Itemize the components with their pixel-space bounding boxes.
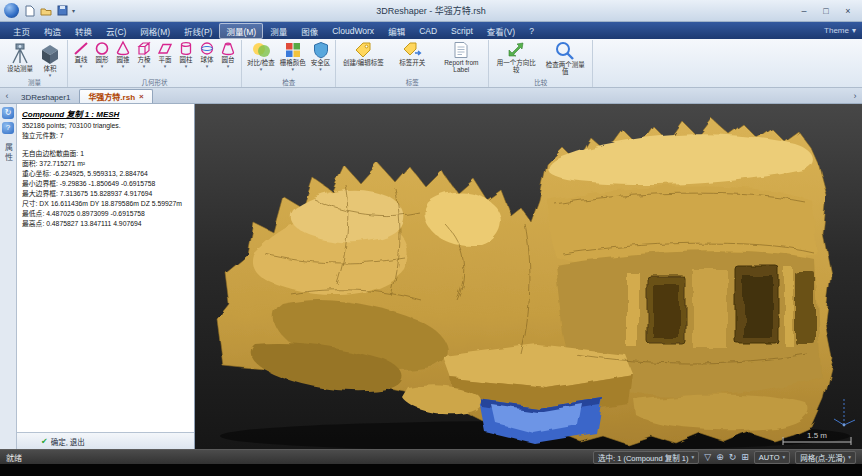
cone-icon [115, 41, 131, 56]
report-from-label-button[interactable]: Report from Label [437, 40, 485, 73]
station-measure-button[interactable]: 设站测量 [5, 40, 35, 73]
zoom-icon[interactable]: ⊕ [716, 452, 724, 463]
compare-inspect-button[interactable]: 对比/检查 ▾ [245, 40, 277, 72]
box-button[interactable]: 方棱 ▾ [134, 40, 154, 69]
tab-image[interactable]: 图像 [294, 23, 325, 39]
maximize-button[interactable]: □ [816, 3, 836, 18]
label-toggle-icon [402, 41, 422, 59]
circle-button[interactable]: 圆形 ▾ [92, 40, 112, 69]
doc-tabs-scroll-left[interactable]: ‹ [2, 91, 12, 101]
tab-cad[interactable]: CAD [412, 24, 444, 38]
tab-measure2[interactable]: 测量 [263, 23, 294, 39]
new-file-icon[interactable] [23, 4, 37, 18]
render-mode-chip[interactable]: 网格(点-光滑) ▾ [795, 451, 856, 464]
check-icon: ✔ [41, 437, 48, 446]
doc-tab-3dreshaper1[interactable]: 3DReshaper1 [12, 91, 79, 103]
ribbon-group-geometry: 直线 ▾ 圆形 ▾ 圆锥 ▾ 方棱 ▾ [68, 40, 242, 87]
document-tab-bar: ‹ 3DReshaper1 华强方特.rsh × › [0, 88, 862, 104]
label-toggle-button[interactable]: 标签开关 [388, 40, 436, 66]
save-icon[interactable] [55, 4, 69, 18]
confirm-exit-button[interactable]: ✔ 确定, 退出 [41, 436, 85, 447]
app-logo-icon[interactable] [4, 3, 19, 18]
chevron-down-icon: ▾ [185, 64, 188, 69]
magnifier-icon [554, 41, 576, 61]
status-ready-text: 就绪 [6, 452, 22, 463]
tab-polyline[interactable]: 折线(P) [177, 23, 219, 39]
scale-bar: 1.5 m [782, 429, 852, 446]
ribbon-group-compare: 用一个方向比较 检查两个测量值 比较 [489, 40, 593, 87]
mesh-title: Compound 复制 1 : MESH [22, 108, 189, 119]
properties-vertical-tab[interactable]: 属性 [3, 143, 14, 163]
chevron-down-icon: ▾ [848, 454, 851, 460]
mesh-stat-line: 最高点: 0.4875827 13.847111 4.907694 [22, 219, 189, 229]
ribbon-tab-bar: 主页 构造 转换 云(C) 网格(M) 折线(P) 测量(M) 测量 图像 Cl… [0, 22, 862, 39]
doc-tabs-scroll-right[interactable]: › [850, 91, 860, 101]
frustum-button[interactable]: 圆台 ▾ [218, 40, 238, 69]
tab-home[interactable]: 主页 [6, 23, 37, 39]
viewport-3d[interactable]: 1.5 m [195, 104, 862, 449]
ribbon-group-measure: 设站测量 体积 ▾ 测量 [2, 40, 68, 87]
window-title: 3DReshaper - 华强方特.rsh [0, 4, 862, 17]
properties-panel: Compound 复制 1 : MESH 352186 points; 7031… [17, 104, 195, 449]
tab-measure-active[interactable]: 测量(M) [219, 23, 263, 39]
circle-icon [94, 41, 110, 56]
selection-chip[interactable]: 选中: 1 (Compound 复制 1) ▾ [593, 451, 699, 464]
help-icon[interactable]: ? [2, 122, 14, 134]
chevron-down-icon: ▾ [782, 454, 785, 460]
frustum-icon [220, 41, 236, 56]
grid-colors-button[interactable]: 栅格颜色 ▾ [278, 40, 308, 72]
grid-view-icon[interactable]: ⊞ [741, 452, 749, 463]
tab-help[interactable]: ? [522, 24, 541, 38]
ribbon-toolbar: 设站测量 体积 ▾ 测量 直线 ▾ [0, 39, 862, 88]
mesh-stat-line: 最低点: 4.487025 0.8973099 -0.6915758 [22, 209, 189, 219]
tab-construct[interactable]: 构造 [37, 23, 68, 39]
open-file-icon[interactable] [39, 4, 53, 18]
update-icon[interactable]: ↻ [2, 107, 14, 119]
close-tab-icon[interactable]: × [139, 92, 144, 101]
close-button[interactable]: × [838, 3, 858, 18]
cylinder-button[interactable]: 圆柱 ▾ [176, 40, 196, 69]
ribbon-group-label: 标签 [339, 78, 485, 87]
compare-two-measures-button[interactable]: 检查两个测量值 [541, 40, 589, 75]
label-tag-icon [353, 41, 373, 59]
chevron-down-icon: ▾ [122, 64, 125, 69]
minimize-button[interactable]: – [794, 3, 814, 18]
safe-zone-button[interactable]: 安全区 ▾ [309, 40, 333, 72]
tab-mesh[interactable]: 网格(M) [133, 23, 177, 39]
rotate-view-icon[interactable]: ↻ [729, 452, 737, 463]
tab-cloud[interactable]: 云(C) [99, 23, 133, 39]
auto-mode-chip[interactable]: AUTO ▾ [754, 451, 790, 464]
theme-selector[interactable]: Theme▾ [824, 26, 856, 35]
status-right-cluster: 选中: 1 (Compound 复制 1) ▾ ▽ ⊕ ↻ ⊞ AUTO ▾ 网… [593, 451, 856, 464]
volume-button[interactable]: 体积 ▾ [36, 40, 64, 78]
filter-icon[interactable]: ▽ [704, 452, 711, 463]
tab-edit[interactable]: 编辑 [381, 23, 412, 39]
window-controls: – □ × [794, 3, 858, 18]
sphere-button[interactable]: 球体 ▾ [197, 40, 217, 69]
chevron-down-icon: ▾ [164, 64, 167, 69]
bottom-edge [0, 464, 862, 476]
box-icon [136, 41, 152, 56]
line-button[interactable]: 直线 ▾ [71, 40, 91, 69]
create-edit-label-button[interactable]: 创建/编辑标签 [339, 40, 387, 66]
ribbon-group-inspect: 对比/检查 ▾ 栅格颜色 ▾ 安全区 ▾ 检查 [242, 40, 336, 87]
chevron-down-icon: ▾ [206, 64, 209, 69]
mesh-stat-line: 352186 points; 703100 triangles. [22, 121, 189, 131]
cone-button[interactable]: 圆锥 ▾ [113, 40, 133, 69]
tab-transform[interactable]: 转换 [68, 23, 99, 39]
plane-button[interactable]: 平面 ▾ [155, 40, 175, 69]
cylinder-icon [178, 41, 194, 56]
compare-direction-button[interactable]: 用一个方向比较 [492, 40, 540, 73]
mesh-stat-line: 独立元件数: 7 [22, 131, 189, 141]
doc-tab-huaqiangfangte[interactable]: 华强方特.rsh × [79, 89, 152, 103]
mesh-stat-line: 重心坐标: -6.234925, 5.959313, 2.884764 [22, 169, 189, 179]
grid-colors-icon [284, 41, 302, 59]
quick-access-chevron-icon[interactable]: ▾ [72, 7, 75, 14]
report-icon [452, 41, 470, 59]
tab-script[interactable]: Script [444, 24, 480, 38]
tab-view[interactable]: 查看(V) [480, 23, 522, 39]
station-measure-icon [8, 41, 32, 65]
left-icon-strip: ↻ ? 属性 [0, 104, 17, 449]
chevron-down-icon: ▾ [80, 64, 83, 69]
tab-cloudworx[interactable]: CloudWorx [325, 24, 381, 38]
